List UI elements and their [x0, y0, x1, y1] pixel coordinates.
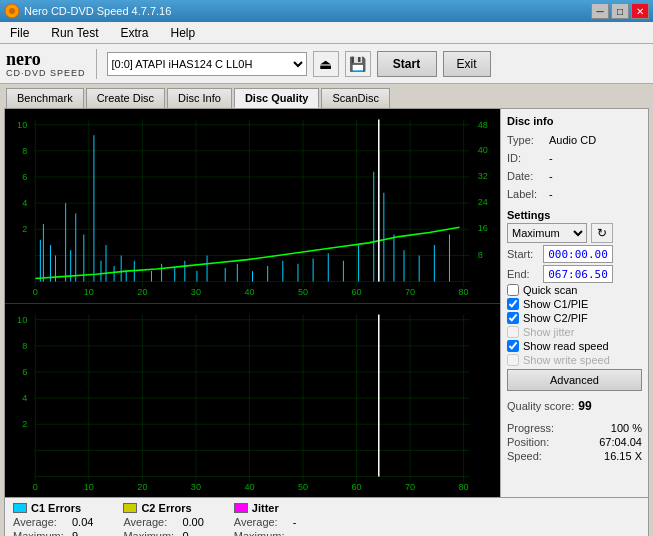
svg-text:0: 0 — [33, 482, 38, 492]
legend-c2-label: C2 Errors — [141, 502, 191, 514]
tab-disc-quality[interactable]: Disc Quality — [234, 88, 320, 108]
legend-c2-avg: Average: 0.00 — [123, 516, 203, 528]
tab-disc-info[interactable]: Disc Info — [167, 88, 232, 108]
minimize-button[interactable]: ─ — [591, 3, 609, 19]
speed-select[interactable]: Maximum — [507, 223, 587, 243]
quick-scan-checkbox[interactable] — [507, 284, 519, 296]
svg-text:6: 6 — [22, 366, 27, 376]
menu-extra[interactable]: Extra — [114, 24, 154, 42]
save-button[interactable]: 💾 — [345, 51, 371, 77]
end-label: End: — [507, 268, 539, 280]
start-value[interactable]: 000:00.00 — [543, 245, 613, 263]
svg-text:16: 16 — [478, 223, 488, 233]
legend-c1-label: C1 Errors — [31, 502, 81, 514]
tab-scan-disc[interactable]: ScanDisc — [321, 88, 389, 108]
settings-title: Settings — [507, 209, 642, 221]
show-c1-pie-checkbox[interactable] — [507, 298, 519, 310]
show-c1-pie-row: Show C1/PIE — [507, 297, 642, 311]
svg-point-1 — [9, 8, 15, 14]
settings-section: Settings Maximum ↻ Start: 000:00.00 End:… — [507, 209, 642, 391]
svg-text:10: 10 — [17, 120, 27, 130]
end-value[interactable]: 067:06.50 — [543, 265, 613, 283]
disc-date-label: Date: — [507, 170, 545, 182]
svg-text:10: 10 — [84, 287, 94, 297]
speed-label: Speed: — [507, 450, 542, 462]
quality-row: Quality score: 99 — [507, 399, 642, 413]
toolbar-separator — [96, 49, 97, 79]
eject-button[interactable]: ⏏ — [313, 51, 339, 77]
svg-text:48: 48 — [478, 120, 488, 130]
end-time-row: End: 067:06.50 — [507, 265, 642, 283]
progress-value: 100 % — [611, 422, 642, 434]
show-write-speed-row: Show write speed — [507, 353, 642, 367]
svg-text:6: 6 — [22, 172, 27, 182]
svg-text:70: 70 — [405, 482, 415, 492]
legend-c1-color — [13, 503, 27, 513]
svg-text:4: 4 — [22, 198, 27, 208]
show-jitter-row: Show jitter — [507, 325, 642, 339]
progress-label: Progress: — [507, 422, 554, 434]
legend-jitter-label: Jitter — [252, 502, 279, 514]
disc-label-value: - — [549, 188, 553, 200]
legend-c2-max: Maximum: 0 — [123, 530, 203, 536]
speed-row-bottom: Speed: 16.15 X — [507, 449, 642, 463]
disc-label-row: Label: - — [507, 187, 642, 201]
svg-text:10: 10 — [17, 314, 27, 324]
advanced-button[interactable]: Advanced — [507, 369, 642, 391]
app-icon — [4, 3, 20, 19]
legend-jitter-color — [234, 503, 248, 513]
title-bar-left: Nero CD-DVD Speed 4.7.7.16 — [4, 3, 171, 19]
svg-text:40: 40 — [478, 145, 488, 155]
show-c1-pie-label: Show C1/PIE — [523, 298, 588, 310]
refresh-button[interactable]: ↻ — [591, 223, 613, 243]
legend-jitter-avg: Average: - — [234, 516, 297, 528]
menu-bar: File Run Test Extra Help — [0, 22, 653, 44]
disc-label-label: Label: — [507, 188, 545, 200]
exit-button[interactable]: Exit — [443, 51, 491, 77]
legend-c2-header: C2 Errors — [123, 502, 203, 514]
start-time-row: Start: 000:00.00 — [507, 245, 642, 263]
legend-c1-header: C1 Errors — [13, 502, 93, 514]
title-bar: Nero CD-DVD Speed 4.7.7.16 ─ □ ✕ — [0, 0, 653, 22]
svg-text:8: 8 — [22, 340, 27, 350]
show-jitter-checkbox[interactable] — [507, 326, 519, 338]
show-read-speed-label: Show read speed — [523, 340, 609, 352]
charts-area: 10 8 6 4 2 48 40 32 24 16 8 0 10 20 30 4… — [5, 109, 500, 497]
lower-chart-svg: 10 8 6 4 2 0 10 20 30 40 50 60 70 80 — [5, 304, 500, 498]
disc-date-value: - — [549, 170, 553, 182]
start-button[interactable]: Start — [377, 51, 437, 77]
disc-id-row: ID: - — [507, 151, 642, 165]
svg-text:50: 50 — [298, 482, 308, 492]
svg-text:32: 32 — [478, 171, 488, 181]
maximize-button[interactable]: □ — [611, 3, 629, 19]
show-c2-pif-checkbox[interactable] — [507, 312, 519, 324]
drive-select[interactable]: [0:0] ATAPI iHAS124 C LL0H — [107, 52, 307, 76]
menu-help[interactable]: Help — [165, 24, 202, 42]
legend-jitter-max: Maximum: - — [234, 530, 297, 536]
legend-c2-color — [123, 503, 137, 513]
svg-text:4: 4 — [22, 393, 27, 403]
menu-run-test[interactable]: Run Test — [45, 24, 104, 42]
svg-text:24: 24 — [478, 197, 488, 207]
title-bar-title: Nero CD-DVD Speed 4.7.7.16 — [24, 5, 171, 17]
svg-rect-79 — [5, 304, 500, 498]
legend-c2: C2 Errors Average: 0.00 Maximum: 0 Total… — [123, 502, 203, 536]
legend-c1: C1 Errors Average: 0.04 Maximum: 9 Total… — [13, 502, 93, 536]
disc-type-row: Type: Audio CD — [507, 133, 642, 147]
show-read-speed-checkbox[interactable] — [507, 340, 519, 352]
svg-text:2: 2 — [22, 224, 27, 234]
quality-label: Quality score: — [507, 400, 574, 412]
upper-chart-svg: 10 8 6 4 2 48 40 32 24 16 8 0 10 20 30 4… — [5, 109, 500, 303]
disc-date-row: Date: - — [507, 169, 642, 183]
show-write-speed-checkbox[interactable] — [507, 354, 519, 366]
toolbar: nero CD·DVD SPEED [0:0] ATAPI iHAS124 C … — [0, 44, 653, 84]
menu-file[interactable]: File — [4, 24, 35, 42]
legend-jitter-header: Jitter — [234, 502, 297, 514]
disc-id-value: - — [549, 152, 553, 164]
tab-create-disc[interactable]: Create Disc — [86, 88, 165, 108]
close-button[interactable]: ✕ — [631, 3, 649, 19]
upper-chart: 10 8 6 4 2 48 40 32 24 16 8 0 10 20 30 4… — [5, 109, 500, 304]
quick-scan-row: Quick scan — [507, 283, 642, 297]
tab-benchmark[interactable]: Benchmark — [6, 88, 84, 108]
svg-text:0: 0 — [33, 287, 38, 297]
